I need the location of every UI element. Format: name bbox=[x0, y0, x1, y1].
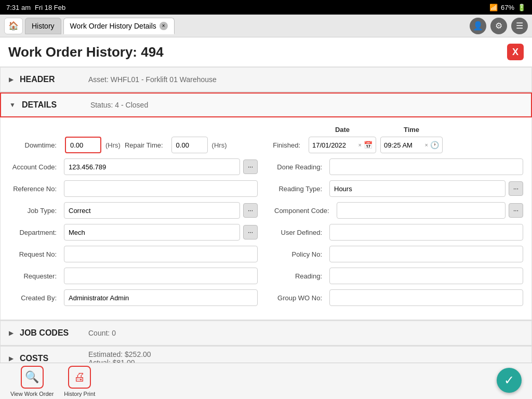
component-code-input[interactable] bbox=[337, 202, 506, 219]
tab-history[interactable]: History bbox=[25, 18, 61, 34]
job-type-row: Job Type: ··· bbox=[9, 202, 258, 219]
date-column-label: Date bbox=[309, 126, 376, 134]
department-picker-button[interactable]: ··· bbox=[243, 225, 258, 240]
reference-no-row: Reference No: bbox=[9, 180, 258, 197]
created-by-row: Created By: bbox=[9, 289, 258, 306]
reference-no-label: Reference No: bbox=[9, 185, 61, 193]
clock-icon[interactable]: 🕐 bbox=[430, 141, 439, 149]
created-by-input[interactable] bbox=[64, 289, 258, 306]
finished-date-input[interactable]: 17/01/2022 × 📅 bbox=[309, 137, 376, 153]
date-time-header-row: Date Time bbox=[9, 126, 523, 134]
finished-time-clear-icon[interactable]: × bbox=[425, 142, 428, 148]
finished-time-input[interactable]: 09:25 AM × 🕐 bbox=[380, 137, 443, 153]
component-code-picker-button[interactable]: ··· bbox=[509, 203, 523, 218]
form-right-column: Done Reading: Reading Type: ··· Componen… bbox=[274, 158, 523, 311]
header-section-toggle[interactable]: ▶ HEADER Asset: WHFL01 - Forklift 01 War… bbox=[0, 67, 532, 92]
reference-no-input[interactable] bbox=[64, 180, 258, 197]
wifi-icon: 📶 bbox=[489, 4, 498, 11]
header-section: ▶ HEADER Asset: WHFL01 - Forklift 01 War… bbox=[0, 67, 532, 92]
done-reading-input[interactable] bbox=[329, 158, 523, 175]
reading-input[interactable] bbox=[329, 268, 523, 284]
requester-row: Requester: bbox=[9, 268, 258, 284]
details-section-toggle[interactable]: ▼ DETAILS Status: 4 - Closed bbox=[0, 92, 532, 117]
department-input[interactable] bbox=[64, 224, 240, 241]
costs-title: COSTS bbox=[20, 354, 82, 363]
downtime-finished-row: Downtime: (Hrs) Repair Time: (Hrs) Finis… bbox=[9, 137, 523, 153]
job-codes-toggle[interactable]: ▶ JOB CODES Count: 0 bbox=[0, 321, 532, 345]
done-reading-label: Done Reading: bbox=[274, 163, 326, 171]
view-work-order-label: View Work Order bbox=[10, 391, 54, 397]
details-section-subtitle: Status: 4 - Closed bbox=[90, 101, 148, 109]
department-label: Department: bbox=[9, 229, 61, 236]
tab-work-order-history-details[interactable]: Work Order History Details × bbox=[63, 18, 175, 34]
calendar-icon[interactable]: 📅 bbox=[364, 141, 373, 149]
view-work-order-button[interactable]: 🔍 View Work Order bbox=[10, 366, 54, 397]
costs-toggle[interactable]: ▶ COSTS Estimated: $252.00 Actual: $81.0… bbox=[0, 346, 532, 363]
tab-detail-label: Work Order History Details bbox=[70, 22, 156, 30]
policy-no-row: Policy No: bbox=[274, 246, 523, 262]
account-code-label: Account Code: bbox=[9, 163, 61, 171]
group-wo-row: Group WO No: bbox=[274, 289, 523, 306]
costs-section: ▶ COSTS Estimated: $252.00 Actual: $81.0… bbox=[0, 346, 532, 363]
close-page-button[interactable]: X bbox=[507, 44, 524, 60]
job-type-picker-button[interactable]: ··· bbox=[243, 203, 258, 218]
job-type-label: Job Type: bbox=[9, 207, 61, 215]
view-work-order-icon: 🔍 bbox=[21, 366, 44, 389]
battery-icon: 🔋 bbox=[517, 4, 526, 11]
page-title: Work Order History: 494 bbox=[8, 44, 164, 60]
details-section-title: DETAILS bbox=[22, 100, 84, 110]
time-display: 7:31 am bbox=[6, 4, 31, 11]
history-print-icon: 🖨 bbox=[68, 366, 91, 389]
reading-type-row: Reading Type: ··· bbox=[274, 180, 523, 197]
menu-button[interactable]: ☰ bbox=[511, 18, 528, 34]
reading-row: Reading: bbox=[274, 268, 523, 284]
status-icons: 📶 67% 🔋 bbox=[489, 4, 526, 11]
user-defined-input[interactable] bbox=[329, 224, 523, 241]
repair-time-input[interactable] bbox=[171, 137, 208, 153]
job-codes-title: JOB CODES bbox=[20, 328, 82, 338]
finished-date-clear-icon[interactable]: × bbox=[358, 142, 362, 148]
tab-close-button[interactable]: × bbox=[159, 22, 168, 30]
profile-button[interactable]: 👤 bbox=[470, 18, 486, 34]
reading-type-input[interactable] bbox=[329, 180, 506, 197]
done-reading-row: Done Reading: bbox=[274, 158, 523, 175]
header-section-subtitle: Asset: WHFL01 - Forklift 01 Warehouse bbox=[88, 75, 217, 84]
component-code-row: Component Code: ··· bbox=[274, 202, 523, 219]
request-no-row: Request No: bbox=[9, 246, 258, 262]
date-display: Fri 18 Feb bbox=[35, 4, 65, 11]
details-arrow-icon: ▼ bbox=[9, 101, 16, 109]
history-print-button[interactable]: 🖨 History Print bbox=[64, 366, 95, 397]
settings-button[interactable]: ⚙ bbox=[490, 18, 507, 34]
time-column-label: Time bbox=[380, 126, 443, 134]
details-section: ▼ DETAILS Status: 4 - Closed Date Time D… bbox=[0, 92, 532, 321]
status-bar: 7:31 am Fri 18 Feb 📶 67% 🔋 bbox=[0, 0, 532, 15]
tab-history-label: History bbox=[32, 22, 55, 30]
costs-arrow-icon: ▶ bbox=[9, 355, 14, 362]
account-code-input[interactable] bbox=[64, 158, 240, 175]
finished-label: Finished: bbox=[268, 141, 304, 149]
component-code-label: Component Code: bbox=[274, 207, 334, 215]
account-code-picker-button[interactable]: ··· bbox=[243, 159, 258, 174]
reading-type-picker-button[interactable]: ··· bbox=[509, 181, 523, 196]
job-codes-subtitle: Count: 0 bbox=[88, 329, 116, 337]
details-content: Date Time Downtime: (Hrs) Repair Time: (… bbox=[0, 117, 532, 320]
form-left-column: Account Code: ··· Reference No: Job Type… bbox=[9, 158, 258, 311]
downtime-input[interactable] bbox=[65, 137, 101, 153]
job-type-input[interactable] bbox=[64, 202, 240, 219]
policy-no-input[interactable] bbox=[329, 246, 523, 262]
requester-input[interactable] bbox=[64, 268, 258, 284]
fab-button[interactable]: ✓ bbox=[497, 368, 522, 393]
group-wo-input[interactable] bbox=[329, 289, 523, 306]
header-section-title: HEADER bbox=[20, 75, 82, 84]
bottom-toolbar: 🔍 View Work Order 🖨 History Print ✓ bbox=[0, 363, 532, 399]
created-by-label: Created By: bbox=[9, 294, 61, 302]
main-scroll-area: Work Order History: 494 X ▶ HEADER Asset… bbox=[0, 37, 532, 363]
home-button[interactable]: 🏠 bbox=[4, 18, 23, 34]
downtime-repair-row: Downtime: (Hrs) Repair Time: (Hrs) bbox=[9, 137, 264, 153]
reading-type-label: Reading Type: bbox=[274, 185, 326, 193]
finished-time-value: 09:25 AM bbox=[384, 141, 423, 149]
finished-row: Finished: 17/01/2022 × 📅 09:25 AM × 🕐 bbox=[264, 137, 523, 153]
request-no-input[interactable] bbox=[64, 246, 258, 262]
page-title-bar: Work Order History: 494 X bbox=[0, 37, 532, 67]
costs-subtitle-block: Estimated: $252.00 Actual: $81.00 bbox=[88, 350, 151, 363]
